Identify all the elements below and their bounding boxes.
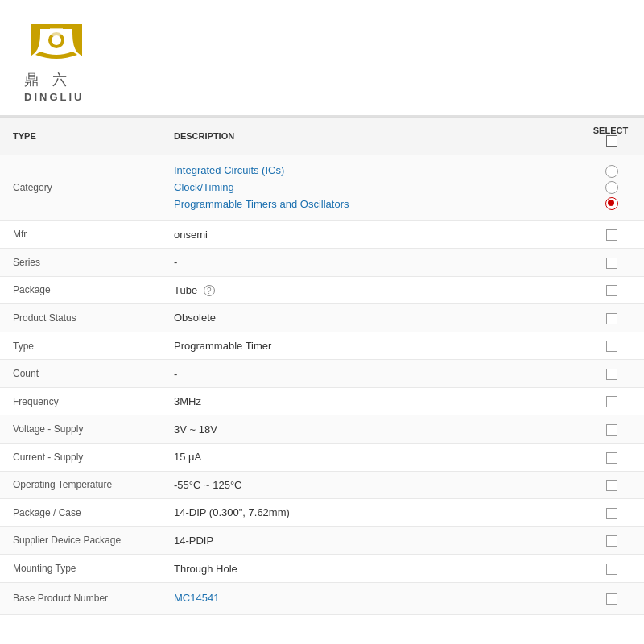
row-select-product-status[interactable]	[580, 304, 644, 332]
logo-latin-text: DINGLIU	[24, 91, 84, 103]
checkbox-series[interactable]	[606, 258, 617, 269]
row-select-category	[580, 155, 644, 221]
row-desc-package: Tube ?	[161, 276, 580, 304]
row-select-mounting-type[interactable]	[580, 555, 644, 583]
table-row: Base Product Number MC14541	[0, 582, 644, 614]
row-desc-frequency: 3MHz	[161, 387, 580, 415]
table-row: Current - Supply 15 μA	[0, 443, 644, 471]
logo-chinese-text: 鼎 六	[24, 70, 72, 89]
row-type-type: Type	[0, 332, 161, 360]
row-type-package-case: Package / Case	[0, 499, 161, 527]
checkbox-current-supply[interactable]	[606, 452, 617, 464]
info-icon-package[interactable]: ?	[204, 285, 215, 296]
table-row: Series -	[0, 249, 644, 277]
row-desc-base-product-num: MC14541	[161, 582, 580, 614]
checkbox-count[interactable]	[606, 369, 617, 380]
checkbox-product-status[interactable]	[606, 313, 617, 324]
table-row: Supplier Device Package 14-PDIP	[0, 526, 644, 555]
table-row: Product Status Obsolete	[0, 304, 644, 332]
category-link-programmable[interactable]: Programmable Timers and Oscillators	[174, 196, 567, 213]
row-desc-mounting-type: Through Hole	[161, 555, 580, 583]
row-desc-voltage-supply: 3V ~ 18V	[161, 415, 580, 444]
table-row: Category Integrated Circuits (ICs) Clock…	[0, 155, 644, 221]
category-radio-group	[592, 165, 631, 210]
checkbox-voltage-supply[interactable]	[606, 424, 617, 436]
row-desc-supplier-pkg: 14-PDIP	[161, 526, 580, 555]
table-row: Type Programmable Timer	[0, 332, 644, 360]
specs-table: TYPE DESCRIPTION SELECT Category Integra…	[0, 117, 644, 615]
row-desc-type: Programmable Timer	[161, 332, 580, 360]
row-desc-category: Integrated Circuits (ICs) Clock/Timing P…	[161, 155, 580, 221]
logo-icon	[24, 16, 89, 68]
specs-table-container: TYPE DESCRIPTION SELECT Category Integra…	[0, 117, 644, 615]
row-select-type[interactable]	[580, 332, 644, 360]
row-type-mfr: Mfr	[0, 221, 161, 249]
row-type-base-product-num: Base Product Number	[0, 582, 161, 614]
row-select-package-case[interactable]	[580, 499, 644, 527]
row-select-series[interactable]	[580, 249, 644, 277]
row-select-frequency[interactable]	[580, 387, 644, 415]
row-type-category: Category	[0, 155, 161, 221]
checkbox-mounting-type[interactable]	[606, 564, 617, 575]
radio-programmable[interactable]	[605, 197, 618, 210]
row-type-package: Package	[0, 276, 161, 304]
row-desc-package-case: 14-DIP (0.300", 7.62mm)	[161, 499, 580, 527]
radio-ic[interactable]	[605, 165, 618, 178]
table-row: Voltage - Supply 3V ~ 18V	[0, 415, 644, 444]
checkbox-package-case[interactable]	[606, 508, 617, 519]
checkbox-mfr[interactable]	[606, 229, 617, 241]
table-row: Mfr onsemi	[0, 221, 644, 249]
row-select-base-product-num[interactable]	[580, 582, 644, 614]
logo: 鼎 六 DINGLIU	[24, 16, 620, 103]
row-type-operating-temp: Operating Temperature	[0, 471, 161, 499]
row-desc-count: -	[161, 360, 580, 388]
checkbox-supplier-pkg[interactable]	[606, 535, 617, 547]
col-header-select[interactable]: SELECT	[580, 118, 644, 155]
category-link-ic[interactable]: Integrated Circuits (ICs)	[174, 163, 567, 180]
checkbox-base-product-num[interactable]	[606, 593, 617, 605]
table-row: Package / Case 14-DIP (0.300", 7.62mm)	[0, 499, 644, 527]
row-desc-product-status: Obsolete	[161, 304, 580, 332]
row-type-count: Count	[0, 360, 161, 388]
base-product-number-link[interactable]: MC14541	[174, 590, 567, 607]
table-row: Frequency 3MHz	[0, 387, 644, 415]
category-link-clock[interactable]: Clock/Timing	[174, 180, 567, 196]
row-type-supplier-pkg: Supplier Device Package	[0, 526, 161, 555]
page-header: 鼎 六 DINGLIU	[0, 0, 644, 117]
row-type-voltage-supply: Voltage - Supply	[0, 415, 161, 444]
table-row: Mounting Type Through Hole	[0, 555, 644, 583]
table-row: Operating Temperature -55°C ~ 125°C	[0, 471, 644, 499]
row-type-series: Series	[0, 249, 161, 277]
row-select-voltage-supply[interactable]	[580, 415, 644, 444]
checkbox-package[interactable]	[606, 285, 617, 296]
row-desc-mfr: onsemi	[161, 221, 580, 249]
checkbox-frequency[interactable]	[606, 396, 617, 407]
checkbox-operating-temp[interactable]	[606, 480, 617, 491]
row-select-mfr[interactable]	[580, 221, 644, 249]
table-row: Count -	[0, 360, 644, 388]
row-type-mounting-type: Mounting Type	[0, 555, 161, 583]
row-desc-series: -	[161, 249, 580, 277]
radio-clock[interactable]	[605, 181, 618, 194]
table-row: Package Tube ?	[0, 276, 644, 304]
col-header-type: TYPE	[0, 118, 161, 155]
row-type-frequency: Frequency	[0, 387, 161, 415]
row-select-supplier-pkg[interactable]	[580, 526, 644, 555]
row-select-count[interactable]	[580, 360, 644, 388]
row-type-product-status: Product Status	[0, 304, 161, 332]
row-select-package[interactable]	[580, 276, 644, 304]
col-header-description: DESCRIPTION	[161, 118, 580, 155]
select-all-checkbox[interactable]	[606, 135, 617, 147]
checkbox-type[interactable]	[606, 341, 617, 352]
row-desc-operating-temp: -55°C ~ 125°C	[161, 471, 580, 499]
row-select-current-supply[interactable]	[580, 443, 644, 471]
row-desc-current-supply: 15 μA	[161, 443, 580, 471]
row-type-current-supply: Current - Supply	[0, 443, 161, 471]
row-select-operating-temp[interactable]	[580, 471, 644, 499]
